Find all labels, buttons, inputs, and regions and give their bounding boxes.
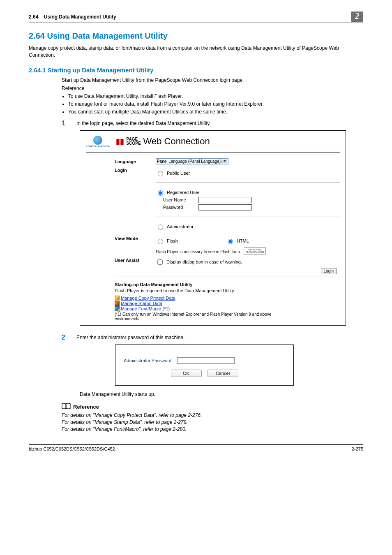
password-label: Password (163, 205, 196, 210)
user-assist-text: Display dialog box in case of warning. (166, 259, 242, 264)
administrator-radio[interactable] (158, 224, 163, 230)
reference-link-line: For details on "Manage Stamp Data", refe… (62, 419, 363, 425)
admin-password-label: Administrator Password (124, 358, 171, 363)
manage-stamp-link[interactable]: Manage Stamp Data (115, 301, 340, 306)
registered-user-radio[interactable] (158, 190, 163, 196)
login-page-figure: KONICA MINOLTA ▮▮ PAGE SCOPE Web Connect… (80, 130, 346, 326)
dmu-subtitle: Flash Player is required to use the Data… (115, 288, 340, 293)
registered-user-label: Registered User (167, 190, 199, 195)
stamp-icon (115, 301, 120, 306)
subsection-intro: Start up Data Management Utility from th… (62, 77, 363, 84)
admin-password-input[interactable] (177, 357, 235, 364)
login-button[interactable]: Login (321, 268, 337, 274)
reference-link-line: For details on "Manage Font/Macro", refe… (62, 426, 363, 432)
password-input[interactable] (198, 204, 252, 210)
ref-bullet: To manage font or macro data, install Fl… (68, 101, 363, 108)
copy-protect-icon (115, 296, 120, 301)
password-dialog-figure: Administrator Password OK Cancel (115, 345, 294, 386)
administrator-label: Administrator (167, 224, 194, 229)
flash-note: Flash Player is necessary to see in Flas… (156, 249, 241, 254)
step-text: Enter the administrator password of this… (76, 334, 184, 340)
chapter-badge: 2 (351, 12, 363, 22)
page-header: 2.64 Using Data Management Utility 2 (29, 12, 363, 23)
after-dialog-text: Data Management Utility starts up. (80, 391, 363, 397)
html-radio-label: HTML (237, 238, 249, 243)
reference-bullet-list: To use Data Management Utility, install … (62, 93, 363, 115)
view-mode-label: View Mode (115, 235, 156, 254)
section-intro: Manage copy protect data, stamp data, or… (29, 45, 363, 59)
adobe-flash-badge[interactable]: Get ADOBE FLASH PLAYER (244, 247, 266, 254)
username-input[interactable] (198, 197, 252, 203)
footer-page: 2-275 (352, 446, 363, 451)
user-assist-label: User Assist (115, 257, 156, 273)
footer-model: bizhub C652/C652DS/C552/C552DS/C452 (29, 446, 115, 451)
ref-bullet: You cannot start up multiple Data Manage… (68, 109, 363, 116)
ok-button[interactable]: OK (171, 370, 202, 377)
section-heading: 2.64 Using Data Management Utility (29, 31, 363, 41)
language-label: Language (115, 158, 156, 164)
step-number: 1 (62, 120, 76, 127)
cancel-button[interactable]: Cancel (208, 370, 238, 377)
public-user-label: Public User (167, 171, 190, 176)
username-label: User Name (163, 197, 196, 202)
manage-font-macro-link[interactable]: Manage Font/Macro (*1) (115, 306, 340, 311)
book-icon (62, 403, 71, 411)
header-section-number: 2.64 (29, 14, 38, 20)
ref-bullet: To use Data Management Utility, install … (68, 93, 363, 100)
language-select[interactable]: Panel Language (Panel Language) (156, 158, 228, 164)
html-radio[interactable] (228, 239, 233, 244)
dmu-title: Starting-up Data Management Utility (115, 282, 340, 287)
konica-minolta-logo: KONICA MINOLTA (86, 136, 110, 148)
reference-label: Reference (62, 86, 363, 91)
reference-header: Reference (73, 404, 99, 410)
public-user-radio[interactable] (158, 171, 163, 176)
subsection-heading: 2.64.1 Starting up Data Management Utili… (29, 67, 363, 74)
flash-radio[interactable] (158, 239, 163, 244)
dmu-footnote: (*1) Can only run on Windows Internet Ex… (115, 312, 291, 321)
header-section-label: Using Data Management Utility (44, 14, 116, 20)
reference-link-line: For details on "Manage Copy Protect Data… (62, 412, 363, 418)
login-label: Login (115, 167, 156, 173)
manage-copy-protect-link[interactable]: Manage Copy Protect Data (115, 296, 340, 301)
pagescope-logo: ▮▮ PAGE SCOPE Web Connection (116, 136, 210, 147)
font-macro-icon (115, 306, 120, 311)
step-number: 2 (62, 334, 76, 341)
step-text: In the login page, select the desired Da… (76, 120, 211, 126)
user-assist-checkbox[interactable] (157, 259, 163, 265)
flash-radio-label: Flash (167, 238, 178, 243)
page-footer: bizhub C652/C652DS/C552/C552DS/C452 2-27… (29, 444, 363, 451)
